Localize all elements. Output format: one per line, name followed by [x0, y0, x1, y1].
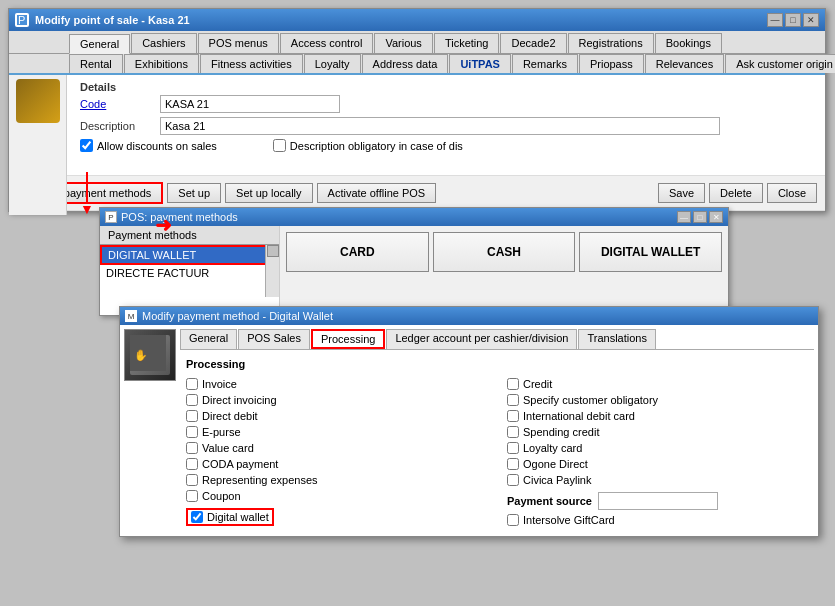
setup-locally-button[interactable]: Set up locally: [225, 183, 312, 203]
epurse-checkbox[interactable]: [186, 426, 198, 438]
modify-tab-general[interactable]: General: [180, 329, 237, 349]
digital-wallet-checkbox[interactable]: [191, 511, 203, 523]
svg-text:P: P: [18, 15, 25, 25]
desc-input[interactable]: [160, 117, 720, 135]
check-representing: Representing expenses: [186, 472, 487, 488]
modify-tab-processing[interactable]: Processing: [311, 329, 385, 349]
invoice-label: Invoice: [202, 378, 237, 390]
maximize-button[interactable]: □: [785, 13, 801, 27]
tabs-row-2: Rental Exhibitions Fitness activities Lo…: [9, 54, 825, 75]
processing-section: Processing Invoice Direct invoicing Dire: [180, 354, 814, 532]
payment-source-input[interactable]: [598, 492, 718, 510]
check-loyalty-card: Loyalty card: [507, 440, 808, 456]
tab-uitpas[interactable]: UiTPAS: [449, 54, 511, 73]
main-window-title: Modify point of sale - Kasa 21: [35, 14, 190, 26]
payment-source-label: Payment source: [507, 495, 592, 507]
scrollbar-thumb: [267, 245, 279, 257]
logo-area: [9, 75, 67, 215]
specify-customer-checkbox[interactable]: [507, 394, 519, 406]
ogone-label: Ogone Direct: [523, 458, 588, 470]
list-scrollbar[interactable]: [265, 245, 279, 297]
ogone-checkbox[interactable]: [507, 458, 519, 470]
save-button[interactable]: Save: [658, 183, 705, 203]
payment-panel-tab[interactable]: Payment methods: [100, 226, 279, 245]
tab-general[interactable]: General: [69, 34, 130, 54]
modify-tab-translations[interactable]: Translations: [578, 329, 656, 349]
payment-left-panel: Payment methods DIGITAL WALLET DIRECTE F…: [100, 226, 280, 315]
credit-label: Credit: [523, 378, 552, 390]
payment-list-item-directe[interactable]: DIRECTE FACTUUR: [100, 265, 279, 281]
civica-checkbox[interactable]: [507, 474, 519, 486]
payment-minimize[interactable]: —: [677, 211, 691, 223]
activate-offline-button[interactable]: Activate offline POS: [317, 183, 437, 203]
direct-debit-checkbox[interactable]: [186, 410, 198, 422]
modify-icon: M: [125, 310, 137, 322]
payment-methods-title: POS: payment methods: [121, 211, 238, 223]
code-input[interactable]: [160, 95, 340, 113]
direct-invoicing-label: Direct invoicing: [202, 394, 277, 406]
tab-access-control[interactable]: Access control: [280, 33, 374, 53]
tab-priopass[interactable]: Priopass: [579, 54, 644, 73]
digital-wallet-label: Digital wallet: [207, 511, 269, 523]
tab-rental[interactable]: Rental: [69, 54, 123, 73]
tab-decade2[interactable]: Decade2: [500, 33, 566, 53]
loyalty-card-checkbox[interactable]: [507, 442, 519, 454]
main-window-icon: P: [15, 13, 29, 27]
tab-registrations[interactable]: Registrations: [568, 33, 654, 53]
close-main-button[interactable]: ✕: [803, 13, 819, 27]
tab-exhibitions[interactable]: Exhibitions: [124, 54, 199, 73]
digital-wallet-button[interactable]: DIGITAL WALLET: [579, 232, 722, 272]
modify-content: ✋ General POS Sales Processing Ledger ac…: [120, 325, 818, 536]
check-spending-credit: Spending credit: [507, 424, 808, 440]
modify-payment-window: M Modify payment method - Digital Wallet…: [119, 306, 819, 537]
spending-credit-label: Spending credit: [523, 426, 599, 438]
tab-loyalty[interactable]: Loyalty: [304, 54, 361, 73]
coupon-checkbox[interactable]: [186, 490, 198, 502]
tab-pos-menus[interactable]: POS menus: [198, 33, 279, 53]
svg-text:✋: ✋: [134, 348, 148, 362]
close-button[interactable]: Close: [767, 183, 817, 203]
cash-button[interactable]: CASH: [433, 232, 576, 272]
desc-label: Description: [80, 120, 160, 132]
tab-address[interactable]: Address data: [362, 54, 449, 73]
allow-discounts-checkbox[interactable]: [80, 139, 93, 152]
payment-maximize[interactable]: □: [693, 211, 707, 223]
payment-methods-title-bar: P POS: payment methods — □ ✕: [100, 208, 728, 226]
tab-ask-customer[interactable]: Ask customer origin: [725, 54, 835, 73]
payment-list-item-digital-wallet[interactable]: DIGITAL WALLET: [100, 245, 279, 265]
coda-checkbox[interactable]: [186, 458, 198, 470]
representing-checkbox[interactable]: [186, 474, 198, 486]
payment-right-panel: CARD CASH DIGITAL WALLET: [280, 226, 728, 315]
delete-button[interactable]: Delete: [709, 183, 763, 203]
tab-fitness[interactable]: Fitness activities: [200, 54, 303, 73]
modify-tab-pos-sales[interactable]: POS Sales: [238, 329, 310, 349]
card-button[interactable]: CARD: [286, 232, 429, 272]
check-coda: CODA payment: [186, 456, 487, 472]
value-card-checkbox[interactable]: [186, 442, 198, 454]
tab-various[interactable]: Various: [374, 33, 432, 53]
tab-cashiers[interactable]: Cashiers: [131, 33, 196, 53]
modify-tab-ledger[interactable]: Ledger account per cashier/division: [386, 329, 577, 349]
intersolve-checkbox[interactable]: [507, 514, 519, 526]
intl-debit-label: International debit card: [523, 410, 635, 422]
check-direct-invoicing: Direct invoicing: [186, 392, 487, 408]
credit-checkbox[interactable]: [507, 378, 519, 390]
direct-invoicing-checkbox[interactable]: [186, 394, 198, 406]
payment-methods-icon: P: [105, 211, 117, 223]
setup-button[interactable]: Set up: [167, 183, 221, 203]
invoice-checkbox[interactable]: [186, 378, 198, 390]
minimize-button[interactable]: —: [767, 13, 783, 27]
tab-relevances[interactable]: Relevances: [645, 54, 724, 73]
intl-debit-checkbox[interactable]: [507, 410, 519, 422]
value-card-label: Value card: [202, 442, 254, 454]
spending-credit-checkbox[interactable]: [507, 426, 519, 438]
tab-remarks[interactable]: Remarks: [512, 54, 578, 73]
code-link[interactable]: Code: [80, 98, 106, 110]
desc-obligatory-label: Description obligatory in case of dis: [290, 140, 463, 152]
action-bar: Set up payment methods Set up Set up loc…: [9, 175, 825, 211]
desc-obligatory-checkbox[interactable]: [273, 139, 286, 152]
payment-methods-body: Payment methods DIGITAL WALLET DIRECTE F…: [100, 226, 728, 315]
tab-bookings[interactable]: Bookings: [655, 33, 722, 53]
payment-close[interactable]: ✕: [709, 211, 723, 223]
tab-ticketing[interactable]: Ticketing: [434, 33, 500, 53]
